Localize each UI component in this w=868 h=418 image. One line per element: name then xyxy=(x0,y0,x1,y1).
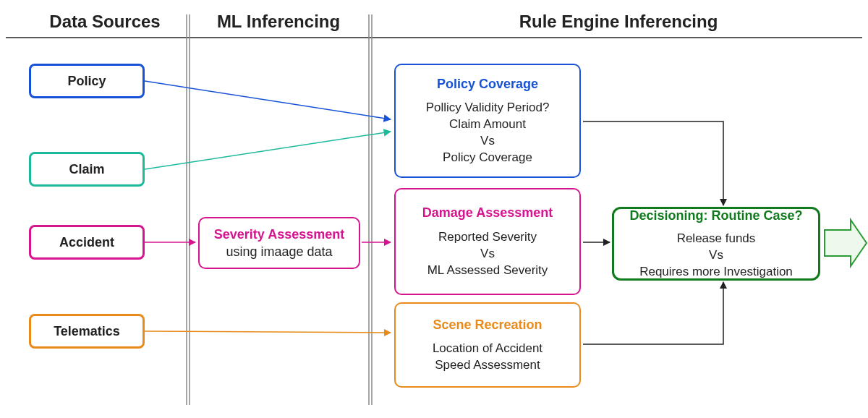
rule-body: Pollicy Validity Period? Claim Amount Vs… xyxy=(426,100,550,166)
header-rule-engine: Rule Engine Inferencing xyxy=(405,12,832,32)
svg-line-6 xyxy=(145,132,391,169)
svg-line-5 xyxy=(145,81,391,119)
decision-body: Release funds Vs Requires more Investiga… xyxy=(639,231,793,281)
rule-title: Damage Assessment xyxy=(422,204,553,221)
rule-body: Location of Accident Speed Assessment xyxy=(433,341,542,374)
rule-line: Speed Assessment xyxy=(433,357,542,374)
decisioning-box: Decisioning: Routine Case? Release funds… xyxy=(612,207,820,281)
rule-line: Policy Coverage xyxy=(426,150,550,166)
rule-body: Reported Severity Vs ML Assessed Severit… xyxy=(427,229,548,279)
header-data-sources: Data Sources xyxy=(29,12,181,32)
ml-subtitle: using imaage data xyxy=(226,243,332,260)
rule-line: Reported Severity xyxy=(427,229,548,246)
decision-line: Vs xyxy=(639,247,793,264)
svg-line-9 xyxy=(145,331,391,333)
rule-policy-coverage: Policy Coverage Pollicy Validity Period?… xyxy=(394,64,581,178)
rule-line: ML Assessed Severity xyxy=(427,263,548,279)
ml-severity-assessment: Severity Assessment using imaage data xyxy=(198,217,360,269)
header-ml-inferencing: ML Inferencing xyxy=(203,12,354,32)
diagram-canvas: { "headers": { "col1": "Data Sources", "… xyxy=(0,0,868,418)
decision-line: Requires more Investigation xyxy=(639,264,793,281)
rule-title: Policy Coverage xyxy=(437,75,538,93)
rule-damage-assessment: Damage Assessment Reported Severity Vs M… xyxy=(394,188,581,295)
source-telematics: Telematics xyxy=(29,314,145,349)
decision-line: Release funds xyxy=(639,231,793,247)
rule-line: Claim Amount xyxy=(426,116,550,133)
decision-title: Decisioning: Routine Case? xyxy=(629,207,802,224)
rule-line: Vs xyxy=(426,133,550,150)
rule-line: Pollicy Validity Period? xyxy=(426,100,550,116)
source-claim: Claim xyxy=(29,152,145,187)
source-policy: Policy xyxy=(29,64,145,98)
ml-title: Severity Assessment xyxy=(214,226,344,243)
rule-scene-recreation: Scene Recreation Location of Accident Sp… xyxy=(394,302,581,388)
rule-line: Location of Accident xyxy=(433,341,542,357)
rule-title: Scene Recreation xyxy=(433,316,542,333)
source-accident: Accident xyxy=(29,225,145,260)
rule-line: Vs xyxy=(427,246,548,263)
